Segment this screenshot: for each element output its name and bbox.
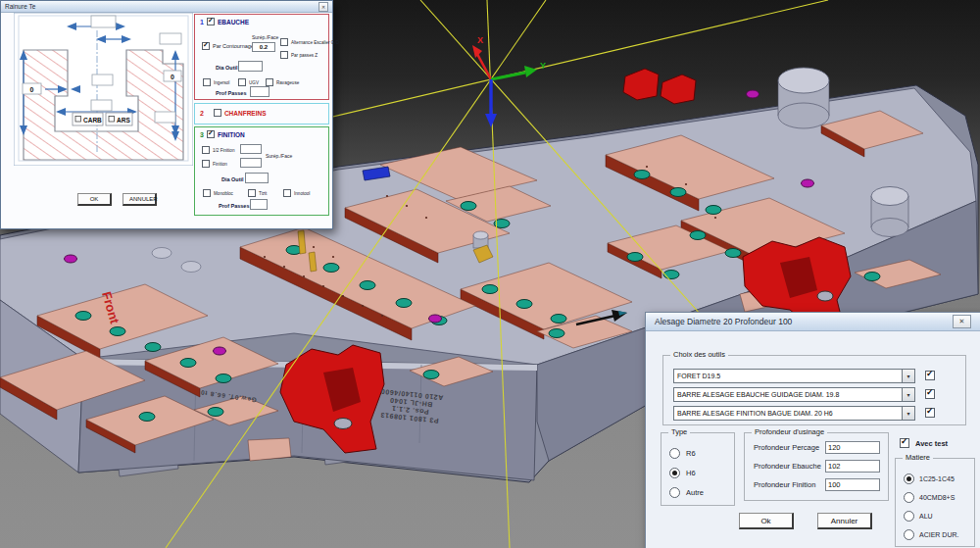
monobloc-label: Monobloc <box>214 191 233 196</box>
alesage-titlebar[interactable]: Alesage Diametre 20 Profondeur 100 ✕ <box>646 313 980 331</box>
depth-group: Profondeur d'usinage Profondeur Percage … <box>744 432 889 501</box>
ugv-label: UGV <box>249 80 259 85</box>
finition-checkbox[interactable] <box>207 130 215 138</box>
finition-title: FINITION <box>218 131 245 138</box>
ars-checkbox[interactable]: ARS <box>106 113 132 125</box>
ravageuse-checkbox[interactable] <box>266 78 273 86</box>
svg-text:CARB: CARB <box>83 117 102 124</box>
material-radio-40cmd8[interactable] <box>904 492 914 503</box>
finition-input[interactable] <box>240 158 262 168</box>
depth-finition-input[interactable] <box>825 478 880 491</box>
material-alu-label: ALU <box>919 513 933 520</box>
innotool-checkbox[interactable] <box>283 189 291 197</box>
type-group-label: Type <box>668 427 690 436</box>
tool-3-checkbox[interactable] <box>925 408 935 418</box>
alesage-title: Alesage Diametre 20 Profondeur 100 <box>655 317 792 326</box>
rainure-ok-button[interactable]: OK <box>77 193 112 206</box>
material-radio-acier[interactable] <box>904 529 914 540</box>
material-radio-alu[interactable] <box>904 511 914 522</box>
ingersol-checkbox[interactable] <box>203 78 211 86</box>
ebauche-number: 1 <box>200 19 204 25</box>
alternance-checkbox[interactable] <box>280 38 288 46</box>
depth-percage-input[interactable] <box>825 441 880 454</box>
type-radio-h6[interactable] <box>669 468 680 478</box>
finition-dia-outil-input[interactable] <box>245 173 269 183</box>
chanfreins-title: CHANFREINS <box>224 110 267 117</box>
material-radio-1c25[interactable] <box>904 473 914 484</box>
par-passes-z-checkbox[interactable] <box>280 51 288 59</box>
type-autre-label: Autre <box>686 488 704 497</box>
close-icon[interactable]: ✕ <box>953 315 971 328</box>
chevron-down-icon[interactable]: ▾ <box>902 388 914 401</box>
depth-ebauche-input[interactable] <box>825 460 880 473</box>
dia-outil-label: Dia Outil <box>216 65 238 71</box>
dim-value-right: 0 <box>171 74 174 80</box>
par-passes-z-label: Par passes Z <box>291 53 318 58</box>
par-contournage-checkbox[interactable] <box>202 42 210 50</box>
type-h6-label: H6 <box>686 469 696 477</box>
rainure-dialog: Rainure Te ✕ <box>0 0 333 229</box>
chanfreins-checkbox[interactable] <box>214 109 221 117</box>
ebauche-group: 1 EBAUCHE Par Contournage Surép./Face Al… <box>194 14 329 100</box>
material-40cmd8-label: 40CMD8+S <box>919 494 955 501</box>
monobloc-checkbox[interactable] <box>203 189 211 197</box>
alesage-dialog: Alesage Diametre 20 Profondeur 100 ✕ Cho… <box>645 312 980 548</box>
axis-y-label: Y <box>540 61 546 71</box>
finition-cb[interactable] <box>202 160 210 168</box>
finition-prof-passes-label: Prof Passes <box>219 203 250 209</box>
type-r6-label: R6 <box>686 449 696 458</box>
ebauche-checkbox[interactable] <box>207 18 215 25</box>
type-group: Type R6 H6 Autre <box>661 432 735 506</box>
demi-finition-input[interactable] <box>240 144 262 154</box>
par-contournage-label: Par Contournage <box>213 43 254 49</box>
depth-finition-label: Profondeur Finition <box>754 480 815 489</box>
innotool-label: Innotool <box>294 191 310 196</box>
ingersol-label: Ingersol <box>214 80 229 85</box>
axis-x-label: X <box>477 35 483 45</box>
tool-combo-1[interactable]: FORET D19.5 ▾ <box>673 369 915 383</box>
ugv-checkbox[interactable] <box>238 78 246 86</box>
ravageuse-label: Ravageuse <box>276 80 299 85</box>
material-group: Matiere 1C25-1C45 40CMD8+S ALU ACIER DUR… <box>895 458 975 547</box>
finition-number: 3 <box>200 131 204 138</box>
finition-prof-passes-input[interactable] <box>250 199 268 210</box>
prof-passes-input[interactable] <box>250 86 270 97</box>
chevron-down-icon[interactable]: ▾ <box>902 370 914 382</box>
ebauche-title: EBAUCHE <box>218 19 249 25</box>
dim-value-left: 0 <box>30 86 34 93</box>
tool-1-checkbox[interactable] <box>925 371 935 380</box>
type-radio-autre[interactable] <box>669 487 680 498</box>
tizit-checkbox[interactable] <box>248 189 256 197</box>
surep-face-input[interactable] <box>252 42 275 52</box>
tools-group-label: Choix des outils <box>670 350 728 359</box>
chevron-down-icon[interactable]: ▾ <box>902 407 914 420</box>
material-acier-label: ACIER DUR. <box>919 531 958 538</box>
carb-checkbox[interactable]: CARB <box>73 113 103 125</box>
rainure-title: Rainure Te <box>5 3 35 10</box>
alternance-label: Alternance Escalier G/D <box>291 40 339 45</box>
avec-test-checkbox[interactable] <box>900 438 909 448</box>
depth-percage-label: Profondeur Percage <box>754 443 819 452</box>
demi-finition-label: 1/2 Finition <box>213 148 234 153</box>
type-radio-r6[interactable] <box>669 448 680 459</box>
avec-test-row: Avec test <box>900 438 948 448</box>
chanfreins-group: 2 CHANFREINS <box>194 103 329 125</box>
material-1c25-label: 1C25-1C45 <box>919 475 955 482</box>
svg-text:ARS: ARS <box>117 117 130 124</box>
surep-face-label: Surép./Face <box>252 34 278 40</box>
rainure-cancel-button[interactable]: ANNULER <box>122 193 157 206</box>
tslot-drawing: 0 0 CARB ARS <box>14 13 193 166</box>
rainure-titlebar[interactable]: Rainure Te ✕ <box>1 1 332 13</box>
close-icon[interactable]: ✕ <box>318 2 328 12</box>
depth-group-label: Profondeur d'usinage <box>752 427 827 436</box>
finition-surep-label: Surép./Face <box>266 153 292 159</box>
demi-finition-checkbox[interactable] <box>202 146 210 154</box>
alesage-cancel-button[interactable]: Annuler <box>817 513 872 529</box>
tool-2-checkbox[interactable] <box>925 389 935 399</box>
tool-combo-2[interactable]: BARRE ALESAGE EBAUCHE GUIDAGE DIAM. 19.8… <box>673 387 915 402</box>
alesage-ok-button[interactable]: Ok <box>739 513 794 529</box>
tool-combo-3[interactable]: BARRE ALESAGE FINITION BAGUE DIAM. 20 H6… <box>673 406 915 421</box>
material-group-label: Matiere <box>903 453 933 462</box>
finition-group: 3 FINITION 1/2 Finition Surép./Face Fini… <box>194 126 329 216</box>
dia-outil-input[interactable] <box>238 61 263 72</box>
